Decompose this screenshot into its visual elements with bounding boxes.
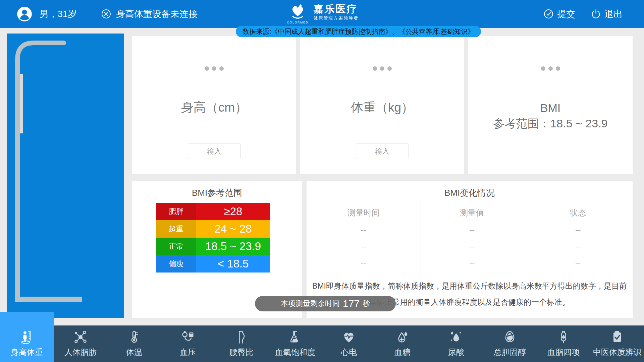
- loading-dots: [300, 66, 464, 71]
- description-line: BMI即身体质量指数，简称体质指数，是用体重公斤数除以身高米数平方得出的数字，是…: [307, 278, 633, 294]
- table-row-underweight: 偏瘦 < 18.5: [156, 255, 270, 273]
- oxygen-flask-icon: [288, 330, 303, 345]
- disconnected-icon: [101, 9, 111, 19]
- bmi-history-title: BMI变化情况: [307, 187, 633, 199]
- user-gender-age: 男，31岁: [40, 8, 77, 20]
- height-weight-icon: [19, 330, 34, 345]
- column-header: 测量时间: [307, 207, 421, 218]
- tab-height-weight[interactable]: 身高体重: [0, 312, 54, 362]
- tab-ecg[interactable]: 心电: [322, 325, 376, 362]
- tab-blood-sugar[interactable]: 血糖: [376, 325, 429, 362]
- cell-time: --: [307, 225, 421, 234]
- app-logo: COLORMED 嘉乐医疗 健康管理方案领导者: [285, 3, 359, 24]
- history-row: -- -- --: [307, 242, 633, 251]
- tab-cholesterol[interactable]: 总胆固醇: [483, 325, 537, 362]
- blood-lipid-icon: [556, 330, 571, 345]
- history-row: -- -- --: [307, 258, 633, 267]
- tab-blood-pressure[interactable]: 血压: [161, 325, 215, 362]
- exit-label: 退出: [604, 8, 623, 20]
- history-header-row: 测量时间 测量值 状态: [307, 207, 633, 218]
- stadiometer-illustration: [7, 34, 124, 318]
- cholesterol-icon: [502, 330, 517, 345]
- device-status: 身高体重设备未连接: [101, 8, 198, 20]
- cell-value: --: [421, 258, 523, 267]
- tab-waist-hip[interactable]: 腰臀比: [215, 325, 268, 362]
- column-header: 测量值: [421, 207, 523, 218]
- cell-status: --: [523, 242, 633, 251]
- power-icon: [591, 9, 601, 19]
- check-circle-icon: [543, 9, 554, 19]
- thermometer-icon: [127, 330, 142, 345]
- height-card-title: 身高（cm）: [132, 99, 296, 116]
- tcm-clipboard-icon: [610, 330, 625, 345]
- cell-status: --: [523, 225, 633, 234]
- logo-brand-text: COLORMED: [285, 21, 310, 24]
- submit-label: 提交: [557, 8, 575, 20]
- weight-card: 体重（kg） 输入: [300, 36, 464, 174]
- cell-time: --: [307, 242, 421, 251]
- tab-blood-oxygen[interactable]: 血氧饱和度: [268, 325, 322, 362]
- bmi-card-range: 参考范围：18.5 ~ 23.9: [468, 116, 633, 131]
- logo-title: 嘉乐医疗: [314, 3, 359, 15]
- row-label: 肥胖: [156, 203, 196, 220]
- measurement-timer: 本项测量剩余时间 177 秒: [255, 296, 396, 311]
- cell-value: --: [421, 225, 523, 234]
- heart-logo-icon: [289, 3, 307, 20]
- cell-status: --: [523, 258, 633, 267]
- user-info: 男，31岁: [17, 6, 77, 22]
- data-source-banner: 数据来源:《中国成人超重和肥胖症预防控制指南》、《公共营养师.基础知识》: [236, 26, 481, 37]
- loading-dots: [132, 66, 296, 71]
- bmi-reference-title: BMI参考范围: [132, 187, 302, 199]
- weight-input-button[interactable]: 输入: [356, 143, 409, 159]
- tab-blood-lipid[interactable]: 血脂四项: [537, 325, 590, 362]
- tab-uric-acid[interactable]: 尿酸: [429, 325, 483, 362]
- body-fat-icon: [73, 330, 88, 345]
- history-row: -- -- --: [307, 225, 633, 234]
- bmi-card: BMI 参考范围：18.5 ~ 23.9: [468, 36, 633, 174]
- row-value: ≥28: [196, 203, 270, 220]
- table-row-normal: 正常 18.5 ~ 23.9: [156, 238, 270, 255]
- table-row-overweight: 超重 24 ~ 28: [156, 220, 270, 238]
- weight-card-title: 体重（kg）: [300, 99, 464, 116]
- device-illustration-panel: [7, 34, 124, 318]
- tab-body-fat[interactable]: 人体脂肪: [54, 325, 107, 362]
- ecg-heart-icon: [341, 330, 356, 345]
- bottom-nav: 身高体重 人体脂肪 体温: [0, 325, 644, 362]
- exit-button[interactable]: 退出: [591, 8, 623, 20]
- row-value: < 18.5: [196, 255, 270, 273]
- timer-prefix: 本项测量剩余时间: [281, 299, 340, 309]
- blood-pressure-icon: [180, 330, 195, 345]
- cell-time: --: [307, 258, 421, 267]
- logo-subtitle: 健康管理方案领导者: [314, 15, 359, 21]
- blood-sugar-icon: [395, 330, 410, 345]
- row-label: 超重: [156, 220, 196, 238]
- row-value: 18.5 ~ 23.9: [196, 238, 270, 255]
- row-label: 正常: [156, 238, 196, 255]
- row-label: 偏瘦: [156, 255, 196, 273]
- waist-hip-icon: [234, 330, 249, 345]
- table-row-obese: 肥胖 ≥28: [156, 203, 270, 220]
- column-header: 状态: [523, 207, 633, 218]
- header-bar: 男，31岁 身高体重设备未连接 COLORMED 嘉乐医疗 健康管理方案领导者: [0, 0, 644, 28]
- tab-temperature[interactable]: 体温: [107, 325, 161, 362]
- bmi-card-title: BMI: [468, 100, 633, 116]
- row-value: 24 ~ 28: [196, 220, 270, 238]
- bmi-reference-table: 肥胖 ≥28 超重 24 ~ 28 正常 18.5 ~ 23.9 偏瘦 < 18…: [156, 203, 270, 273]
- tab-tcm-constitution[interactable]: 中医体质辨识: [590, 325, 644, 362]
- submit-button[interactable]: 提交: [543, 8, 575, 20]
- height-input-button[interactable]: 输入: [188, 143, 241, 159]
- uric-acid-icon: [449, 330, 464, 345]
- timer-value: 177: [343, 298, 360, 309]
- user-avatar-icon: [17, 6, 32, 22]
- timer-unit: 秒: [363, 299, 370, 309]
- loading-dots: [468, 66, 633, 71]
- cell-value: --: [421, 242, 523, 251]
- device-status-text: 身高体重设备未连接: [116, 8, 198, 20]
- app-screen: 男，31岁 身高体重设备未连接 COLORMED 嘉乐医疗 健康管理方案领导者: [0, 0, 644, 362]
- height-card: 身高（cm） 输入: [132, 36, 296, 174]
